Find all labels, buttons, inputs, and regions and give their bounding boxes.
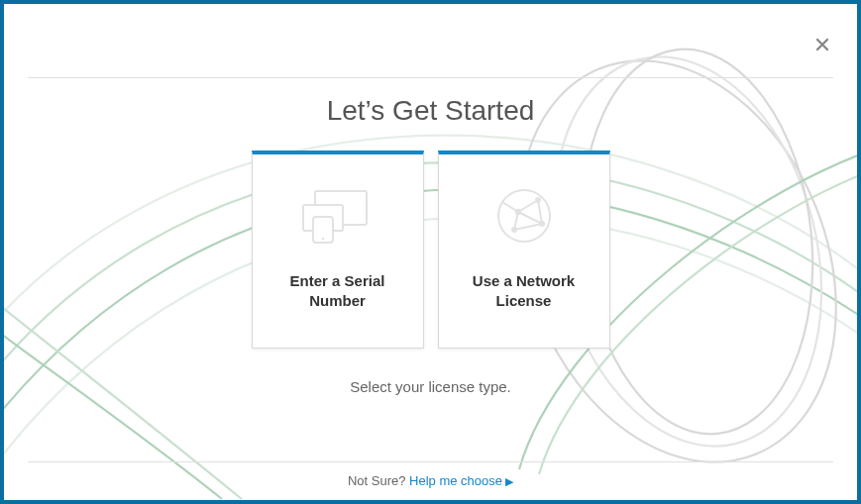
svg-point-10 (540, 222, 544, 226)
svg-point-8 (515, 210, 519, 214)
svg-point-6 (321, 238, 324, 241)
instruction-text: Select your license type. (4, 378, 857, 395)
divider-top (28, 77, 833, 78)
option-label: Enter a Serial Number (290, 271, 385, 310)
option-serial-number[interactable]: Enter a Serial Number (252, 151, 424, 349)
footer-prompt: Not Sure? (348, 473, 409, 488)
svg-point-11 (512, 228, 516, 232)
chevron-right-icon: ▶ (505, 475, 513, 487)
dialog-title: Let’s Get Started (4, 95, 857, 127)
network-icon (494, 176, 554, 255)
help-me-choose-link[interactable]: Help me choose (409, 473, 502, 488)
license-options: Enter a Serial Number (4, 151, 857, 349)
option-network-license[interactable]: Use a Network License (438, 151, 610, 349)
option-label: Use a Network License (473, 271, 575, 310)
divider-bottom (28, 461, 833, 462)
devices-icon (299, 176, 377, 255)
close-icon[interactable] (813, 36, 831, 53)
svg-point-9 (536, 198, 540, 202)
footer: Not Sure? Help me choose▶ (4, 473, 857, 488)
license-dialog: Let’s Get Started Enter a Serial Number (0, 0, 861, 504)
